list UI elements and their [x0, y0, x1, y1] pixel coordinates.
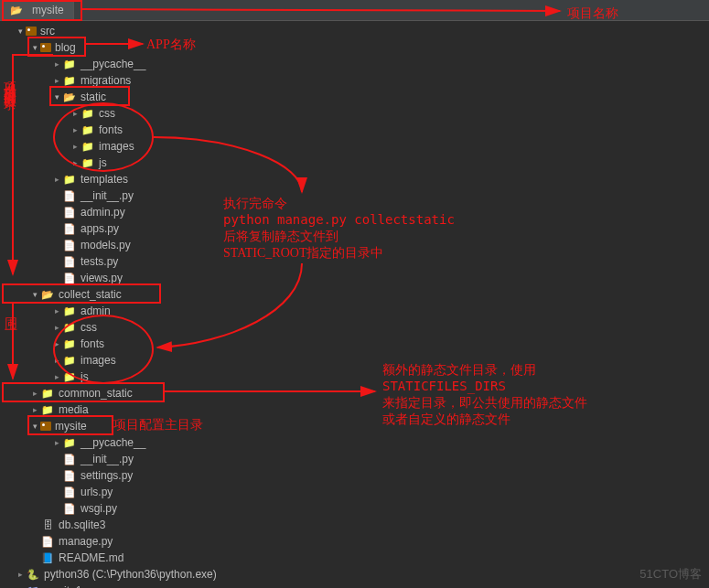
project-tab[interactable]: mysite	[0, 0, 74, 20]
tree-item-migrations[interactable]: migrations	[0, 72, 709, 89]
tree-label: js	[99, 156, 107, 169]
tree-item-css[interactable]: css	[0, 319, 709, 336]
tree-item-images[interactable]: images	[0, 352, 709, 369]
tree-item-js[interactable]: js	[0, 155, 709, 171]
collapse-icon[interactable]	[15, 569, 26, 580]
tree-label: __pycache__	[81, 58, 145, 70]
tree-item-tests-py[interactable]: tests.py	[0, 253, 709, 270]
tree-item-manage-py[interactable]: manage.py	[0, 533, 709, 550]
tree-item-apps-py[interactable]: apps.py	[0, 220, 709, 237]
tree-item-fonts[interactable]: fonts	[0, 336, 709, 352]
tree-item-static[interactable]: static	[0, 89, 709, 105]
tree-item-collect-static[interactable]: collect_static	[0, 286, 709, 303]
no-arrow	[51, 223, 62, 234]
tree-item-views-py[interactable]: views.py	[0, 270, 709, 286]
folder-icon	[40, 386, 55, 401]
tree-item---init---py[interactable]: __init__.py	[0, 451, 709, 467]
expand-icon[interactable]	[29, 42, 40, 53]
tree-item-js[interactable]: js	[0, 369, 709, 385]
tree-item-admin-py[interactable]: admin.py	[0, 204, 709, 220]
project-icon	[9, 3, 24, 17]
tree-item-python36---C--Python36-python-exe-[interactable]: python36 (C:\Python36\python.exe)	[0, 566, 709, 583]
py-icon	[62, 271, 77, 285]
collapse-icon[interactable]	[51, 75, 62, 86]
folder-icon	[62, 73, 77, 88]
tree-item-mysite[interactable]: mysite	[0, 418, 709, 434]
no-arrow	[51, 503, 62, 514]
folder-icon	[62, 353, 77, 368]
tree-item---init---py[interactable]: __init__.py	[0, 187, 709, 204]
tree-item-wsgi-py[interactable]: wsgi.py	[0, 500, 709, 517]
collapse-icon[interactable]	[70, 157, 81, 168]
tree-item-urls-py[interactable]: urls.py	[0, 484, 709, 500]
folder-icon	[81, 139, 95, 154]
no-arrow	[51, 454, 62, 465]
collapse-icon[interactable]	[51, 305, 62, 316]
tree-item-models-py[interactable]: models.py	[0, 237, 709, 253]
folder-icon	[40, 402, 55, 417]
tree-label: urls.py	[81, 486, 113, 498]
tree-item-common-static[interactable]: common_static	[0, 385, 709, 401]
tree-label: models.py	[81, 239, 131, 251]
collapse-icon[interactable]	[51, 338, 62, 349]
collapse-icon[interactable]	[51, 371, 62, 382]
collapse-icon[interactable]	[51, 174, 62, 185]
tree-label: media	[59, 403, 89, 416]
collapse-icon[interactable]	[51, 322, 62, 333]
folder-icon	[81, 123, 95, 137]
tree-item-fonts[interactable]: fonts	[0, 122, 709, 138]
collapse-icon[interactable]	[29, 404, 40, 415]
collapse-icon[interactable]	[70, 124, 81, 135]
tree-label: tests.py	[81, 255, 118, 268]
tree-label: README.md	[59, 551, 124, 564]
tree-label: mysite	[55, 420, 87, 433]
collapse-icon[interactable]	[70, 108, 81, 119]
tree-item-README-md[interactable]: README.md	[0, 550, 709, 566]
collapse-icon[interactable]	[51, 355, 62, 366]
tree-item-css[interactable]: css	[0, 105, 709, 122]
python-env	[26, 567, 40, 582]
tree-label: mysite1	[44, 584, 81, 588]
tree-label: admin	[81, 305, 111, 317]
py-icon	[62, 254, 77, 269]
expand-icon[interactable]	[29, 289, 40, 300]
no-arrow	[29, 552, 40, 563]
tree-item-blog[interactable]: blog	[0, 39, 709, 56]
tree-item---pycache--[interactable]: __pycache__	[0, 434, 709, 451]
expand-icon[interactable]	[51, 91, 62, 102]
tree-label: views.py	[81, 272, 123, 284]
tree-label: migrations	[81, 74, 131, 87]
tree-item-media[interactable]: media	[0, 401, 709, 418]
watermark: 51CTO博客	[639, 566, 702, 583]
expand-icon[interactable]	[29, 421, 40, 432]
tree-item---pycache--[interactable]: __pycache__	[0, 56, 709, 72]
tree-item-images[interactable]: images	[0, 138, 709, 155]
collapse-icon[interactable]	[51, 437, 62, 448]
no-arrow	[51, 190, 62, 201]
py-icon	[62, 238, 77, 252]
collapse-icon[interactable]	[70, 141, 81, 152]
tree-item-mysite1[interactable]: mysite1	[0, 583, 709, 588]
tree-label: fonts	[81, 337, 104, 350]
folder-icon	[62, 337, 77, 351]
folder-icon	[62, 320, 77, 335]
collapse-icon[interactable]	[29, 388, 40, 399]
no-arrow	[51, 207, 62, 218]
project-tree[interactable]: srcblog__pycache__migrationsstaticcssfon…	[0, 21, 709, 588]
tree-label: __pycache__	[81, 436, 145, 449]
tree-label: db.sqlite3	[59, 519, 105, 531]
collapse-icon[interactable]	[51, 59, 62, 69]
py-icon	[62, 501, 77, 516]
folder-icon	[62, 172, 77, 187]
tree-item-db-sqlite3[interactable]: db.sqlite3	[0, 517, 709, 533]
py-icon	[62, 205, 77, 219]
tree-item-src[interactable]: src	[0, 23, 709, 39]
tree-label: css	[81, 321, 97, 334]
expand-icon[interactable]	[15, 26, 26, 37]
no-arrow	[51, 256, 62, 267]
tree-item-settings-py[interactable]: settings.py	[0, 467, 709, 484]
no-arrow	[29, 536, 40, 547]
folder-open	[40, 287, 55, 302]
tree-item-admin[interactable]: admin	[0, 303, 709, 319]
tree-item-templates[interactable]: templates	[0, 171, 709, 187]
